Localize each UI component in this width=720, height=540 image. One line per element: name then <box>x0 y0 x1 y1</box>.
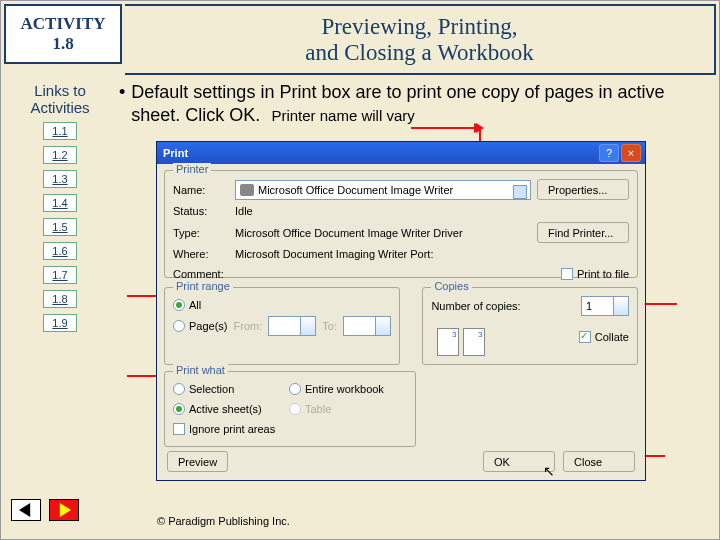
to-input[interactable] <box>343 316 391 336</box>
ignore-areas-label: Ignore print areas <box>189 423 275 435</box>
activity-link-1-1[interactable]: 1.1 <box>43 122 77 140</box>
copies-group-label: Copies <box>431 280 471 292</box>
copyright: © Paradigm Publishing Inc. <box>157 515 290 527</box>
print-range-group: Print range All Page(s) From: To: <box>164 287 400 365</box>
activity-link-1-9[interactable]: 1.9 <box>43 314 77 332</box>
activity-link-1-3[interactable]: 1.3 <box>43 170 77 188</box>
what-table-label: Table <box>305 403 331 415</box>
header: ACTIVITY 1.8 Previewing, Printing, and C… <box>1 1 719 75</box>
activity-link-1-6[interactable]: 1.6 <box>43 242 77 260</box>
prev-slide-button[interactable] <box>11 499 41 521</box>
to-label: To: <box>322 320 337 332</box>
help-icon[interactable]: ? <box>599 144 619 162</box>
name-label: Name: <box>173 184 229 196</box>
print-dialog: Print ? × Printer Name: Microsoft Office… <box>156 141 646 481</box>
where-label: Where: <box>173 248 229 260</box>
activity-link-1-4[interactable]: 1.4 <box>43 194 77 212</box>
arrow-printer-name-h <box>411 127 479 129</box>
copies-value: 1 <box>586 300 592 312</box>
activity-link-1-7[interactable]: 1.7 <box>43 266 77 284</box>
status-value: Idle <box>235 205 253 217</box>
title-line-1: Previewing, Printing, <box>321 14 517 39</box>
what-selection-label: Selection <box>189 383 234 395</box>
dialog-title: Print <box>161 147 597 159</box>
activity-box: ACTIVITY 1.8 <box>4 4 122 64</box>
range-pages-label: Page(s) <box>189 320 228 332</box>
dialog-footer: Preview OK Close <box>157 451 645 472</box>
activity-link-1-2[interactable]: 1.2 <box>43 146 77 164</box>
print-to-file-label: Print to file <box>577 268 629 280</box>
collate-preview-icon <box>437 318 497 356</box>
bullet-text: • Default settings in Print box are to p… <box>119 81 707 126</box>
range-pages-radio[interactable]: Page(s) <box>173 320 228 332</box>
printer-group-label: Printer <box>173 163 211 175</box>
title-line-2: and Closing a Workbook <box>305 40 533 65</box>
what-entire-radio[interactable]: Entire workbook <box>289 383 384 395</box>
what-table-radio: Table <box>289 403 331 415</box>
print-what-group: Print what Selection Entire workbook Act… <box>164 371 416 447</box>
activity-number: 1.8 <box>52 34 73 54</box>
middle-row: Print range All Page(s) From: To: Copies… <box>164 281 638 368</box>
copies-group: Copies Number of copies: 1 Collate <box>422 287 638 365</box>
comment-label: Comment: <box>173 268 229 280</box>
sidebar-title: Links to Activities <box>5 83 115 116</box>
printer-note: Printer name will vary <box>271 107 414 124</box>
svg-marker-1 <box>60 503 71 517</box>
range-all-radio[interactable]: All <box>173 299 201 311</box>
close-button[interactable]: Close <box>563 451 635 472</box>
properties-button[interactable]: Properties... <box>537 179 629 200</box>
what-entire-label: Entire workbook <box>305 383 384 395</box>
type-value: Microsoft Office Document Image Writer D… <box>235 227 463 239</box>
where-value: Microsoft Document Imaging Writer Port: <box>235 248 433 260</box>
what-active-radio[interactable]: Active sheet(s) <box>173 403 283 415</box>
collate-label: Collate <box>595 331 629 343</box>
ok-button[interactable]: OK <box>483 451 555 472</box>
activity-link-1-5[interactable]: 1.5 <box>43 218 77 236</box>
range-all-label: All <box>189 299 201 311</box>
activity-label: ACTIVITY <box>20 14 105 34</box>
what-active-label: Active sheet(s) <box>189 403 262 415</box>
activity-link-1-8[interactable]: 1.8 <box>43 290 77 308</box>
dialog-titlebar: Print ? × <box>157 142 645 164</box>
find-printer-button[interactable]: Find Printer... <box>537 222 629 243</box>
sidebar: Links to Activities 1.1 1.2 1.3 1.4 1.5 … <box>1 75 119 346</box>
status-label: Status: <box>173 205 229 217</box>
bullet-body: Default settings in Print box are to pri… <box>131 81 707 126</box>
printer-name-value: Microsoft Office Document Image Writer <box>258 184 453 196</box>
print-to-file-checkbox[interactable]: Print to file <box>561 268 629 280</box>
slide: ACTIVITY 1.8 Previewing, Printing, and C… <box>0 0 720 540</box>
print-range-label: Print range <box>173 280 233 292</box>
svg-marker-0 <box>19 503 30 517</box>
preview-button[interactable]: Preview <box>167 451 228 472</box>
bullet-dot: • <box>119 81 125 126</box>
printer-group: Printer Name: Microsoft Office Document … <box>164 170 638 278</box>
printer-name-dropdown[interactable]: Microsoft Office Document Image Writer <box>235 180 531 200</box>
from-input[interactable] <box>268 316 316 336</box>
from-label: From: <box>234 320 263 332</box>
collate-checkbox[interactable]: Collate <box>579 331 629 343</box>
type-label: Type: <box>173 227 229 239</box>
what-selection-radio[interactable]: Selection <box>173 383 283 395</box>
printer-icon <box>240 184 254 196</box>
next-slide-button[interactable] <box>49 499 79 521</box>
ignore-print-areas-checkbox[interactable]: Ignore print areas <box>173 423 275 435</box>
slide-title: Previewing, Printing, and Closing a Work… <box>125 4 716 75</box>
copies-label: Number of copies: <box>431 300 520 312</box>
copies-input[interactable]: 1 <box>581 296 629 316</box>
close-icon[interactable]: × <box>621 144 641 162</box>
print-what-label: Print what <box>173 364 228 376</box>
slide-nav <box>11 499 79 521</box>
